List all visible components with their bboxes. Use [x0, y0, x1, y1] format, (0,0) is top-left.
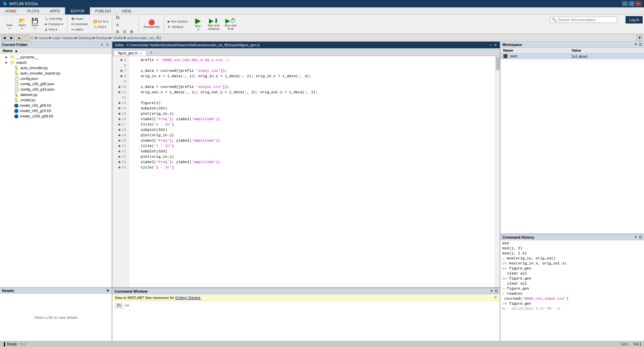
- edit-btn-1[interactable]: fx: [114, 14, 135, 21]
- compare-button[interactable]: ⇄ Compare ▾: [43, 22, 65, 27]
- expand-arrow-button[interactable]: ▼: [637, 35, 643, 41]
- cmd-entry-csvread[interactable]: csvread('0000.csv_input.csv'): [502, 296, 643, 301]
- path-desktop[interactable]: Desktop: [78, 36, 92, 40]
- forward-button[interactable]: ▶: [9, 35, 15, 41]
- cmd-entry-readcsv[interactable]: — readcsv: [502, 291, 643, 296]
- editor-scrollbar[interactable]: [495, 56, 500, 287]
- edit-btn-5[interactable]: ⊠: [128, 29, 135, 35]
- cmd-history-content[interactable]: mse mse(1, 2) mse(1, 2.5) — mse(orig_in,…: [500, 240, 644, 341]
- close-button[interactable]: ✕: [635, 1, 641, 6]
- tree-item-export[interactable]: ▶ 📁 export: [0, 60, 112, 65]
- tab-view[interactable]: VIEW: [116, 7, 137, 14]
- tree-item-model-c150-g09-h5[interactable]: ⬤ model_c150_g09.h5: [0, 113, 112, 119]
- cmd-entry-clearall-1[interactable]: clear all: [502, 271, 643, 276]
- details-dropdown-icon[interactable]: ▼: [106, 289, 110, 293]
- tree-item-auto-encoder-export[interactable]: 🐍 auto_encoder_export.py: [0, 70, 112, 76]
- path-redans[interactable]: Redans: [96, 36, 109, 40]
- run-section-button[interactable]: ▶ Run Section: [166, 19, 189, 24]
- tree-item-config-c50-g09[interactable]: 📋 config_c50_g09.json: [0, 81, 112, 87]
- tree-item-model[interactable]: 🐍 model.py: [0, 97, 112, 103]
- breakpoints-button[interactable]: 🔴 Breakpoints: [141, 19, 162, 30]
- cmd-entry-clearall-2[interactable]: clear all: [502, 281, 643, 286]
- cw-expand-icon[interactable]: ⊡: [495, 289, 498, 293]
- folder-icon: 📁: [23, 35, 30, 41]
- add-tab-button[interactable]: +: [147, 49, 155, 56]
- find-files-button[interactable]: 🔍 Find Files: [43, 16, 65, 21]
- expand-icon: ▶: [5, 61, 9, 64]
- scrollbar-thumb[interactable]: [496, 57, 500, 70]
- cw-notice-close-icon[interactable]: ✕: [494, 295, 497, 300]
- cw-content[interactable]: fx >>: [112, 301, 500, 341]
- tab-plots[interactable]: PLOTS: [22, 7, 45, 14]
- back-button[interactable]: ◀: [1, 35, 7, 41]
- indent-button[interactable]: ⇥ Indent: [69, 27, 90, 32]
- tree-item-config-json[interactable]: 📋 config.json: [0, 76, 112, 81]
- close-tab-icon[interactable]: ✕: [140, 52, 142, 55]
- editor-tab-figure-gen[interactable]: figure_gen.m ✕: [114, 50, 147, 56]
- tree-item-model-c50-g09-h5[interactable]: ⬤ model_c50_g09.h5: [0, 103, 112, 108]
- cmd-entry-mse-orig[interactable]: — mse(orig_in, orig_out): [502, 256, 643, 261]
- insert-button[interactable]: ➕ Insert: [69, 16, 90, 21]
- cmd-entry-figuregen-8x[interactable]: 8x figure_gen: [502, 276, 643, 281]
- login-button[interactable]: Log In: [626, 16, 643, 23]
- cmd-entry-figuregen-dash[interactable]: — figure_gen: [502, 286, 643, 291]
- path-project[interactable]: autoencoder_iss_fft2: [127, 36, 161, 40]
- cmd-entry-mse12[interactable]: mse(1, 2): [502, 246, 643, 251]
- workspace-expand-icon[interactable]: ⊡: [639, 42, 642, 47]
- find-button[interactable]: 🔍 Find ▾: [92, 24, 110, 29]
- tree-item-auto-encoder[interactable]: 🐍 auto_encoder.py: [0, 65, 112, 70]
- print-button[interactable]: 🖨 Print ▾: [43, 27, 65, 32]
- run-button[interactable]: ▶ Run ▾: [192, 16, 205, 33]
- getting-started-link[interactable]: Getting Started.: [175, 296, 201, 300]
- cmd-history-options-icon[interactable]: ▼: [634, 235, 638, 239]
- cmd-entry-mse125[interactable]: mse(1, 2.5): [502, 251, 643, 256]
- run-advance-button[interactable]: ▶⬇ Run and Advance: [206, 17, 222, 32]
- edit-btn-2[interactable]: ≡: [114, 21, 135, 28]
- cmd-entry-timestamp: %-- 10/15/2021 5:37 PM --%: [502, 306, 643, 311]
- cmd-entry-mse-x[interactable]: 2x mse(orig_in.x, orig_out.x): [502, 261, 643, 266]
- workspace-options-icon[interactable]: ▼: [634, 42, 638, 47]
- panel-options-icon[interactable]: ▼: [100, 42, 104, 47]
- code-line-19: plot(orig_in.y): [132, 133, 497, 138]
- cw-options-icon[interactable]: ▼: [490, 289, 493, 293]
- search-input[interactable]: [558, 18, 608, 22]
- up-button[interactable]: ▲: [16, 35, 22, 41]
- code-content[interactable]: prefix = '0000_sin_150.0Hz_0.06_z.csv_';…: [129, 56, 500, 287]
- advance-button[interactable]: ⬇ Advance: [166, 24, 189, 29]
- ws-row-sver[interactable]: ⬛ sver 1x1 struct: [500, 53, 644, 59]
- edit-btn-3[interactable]: ⊞: [114, 29, 121, 35]
- tab-publish[interactable]: PUBLISH: [90, 7, 116, 14]
- minimize-button[interactable]: —: [622, 1, 628, 6]
- code-line-20: xlabel('Freq'); ylabel('Amplitude');: [132, 138, 497, 143]
- path-username[interactable]: Iulian Vasiliev: [52, 36, 74, 40]
- cmd-entry-mse[interactable]: mse: [502, 241, 643, 246]
- run-advance-icon: ▶⬇: [209, 18, 219, 24]
- tree-item-config-c50-g10[interactable]: 📋 config_c50_g10.json: [0, 87, 112, 92]
- new-button[interactable]: 📄 New ▾: [3, 17, 15, 32]
- tab-home[interactable]: HOME: [0, 7, 22, 14]
- edit-btn-4[interactable]: ⊟: [121, 29, 128, 35]
- file-tree[interactable]: ▶ 📁 __pycache__ ▶ 📁 export 🐍 auto_encode…: [0, 54, 112, 287]
- tree-item-dataset[interactable]: 🐍 dataset.py: [0, 92, 112, 97]
- cmd-entry-figuregen-9x[interactable]: 9x figure_gen: [502, 266, 643, 271]
- editor-close-icon[interactable]: ✕: [494, 43, 497, 47]
- editor-minimize-icon[interactable]: ○: [489, 43, 492, 47]
- line-dash-13: [118, 102, 120, 104]
- cmd-history-expand-icon[interactable]: ⊡: [639, 235, 642, 239]
- save-button[interactable]: 💾 Save ▾: [29, 17, 41, 32]
- run-time-icon: ▶⏱: [225, 18, 236, 24]
- panel-close-icon[interactable]: ✕: [105, 42, 110, 47]
- comment-button[interactable]: % Comment: [69, 22, 90, 27]
- cmd-entry-figuregen-gt9[interactable]: >9 figure_gen: [502, 301, 643, 306]
- path-vibae[interactable]: VibAE: [113, 36, 123, 40]
- maximize-button[interactable]: ☐: [629, 1, 635, 6]
- tree-item-model-c50-g10-h5[interactable]: ⬤ model_c50_g10.h5: [0, 108, 112, 113]
- path-users[interactable]: Users: [39, 36, 48, 40]
- open-button[interactable]: 📂 Open ▾: [16, 17, 28, 32]
- goto-button[interactable]: 🔽 Go To ▾: [92, 19, 110, 24]
- tree-item-pycache[interactable]: ▶ 📁 __pycache__: [0, 54, 112, 60]
- tab-editor[interactable]: EDITOR: [65, 7, 90, 14]
- run-time-button[interactable]: ▶⏱ Run and Time: [223, 17, 239, 32]
- tab-apps[interactable]: APPS: [45, 7, 65, 14]
- path-c[interactable]: C:: [31, 36, 35, 40]
